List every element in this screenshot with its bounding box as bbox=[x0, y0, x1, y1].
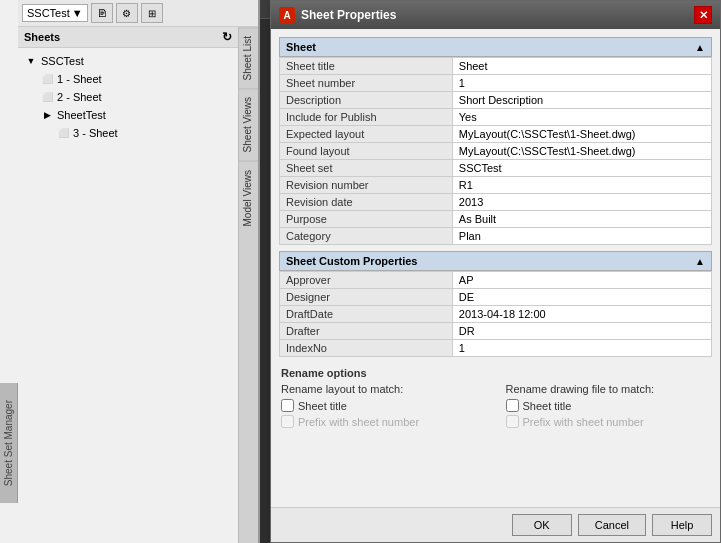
tree-item-label-4: 3 - Sheet bbox=[73, 127, 118, 139]
table-row: Description Short Description bbox=[280, 92, 712, 109]
table-row: IndexNo 1 bbox=[280, 340, 712, 357]
tree-root[interactable]: ▼ SSCTest bbox=[20, 52, 236, 70]
prop-value: MyLayout(C:\SSCTest\1-Sheet.dwg) bbox=[452, 143, 711, 160]
prop-key: Category bbox=[280, 228, 453, 245]
tab-sheet-views[interactable]: Sheet Views bbox=[239, 88, 258, 160]
tree-item-sheettest[interactable]: ▶ SheetTest bbox=[36, 106, 236, 124]
table-row: Sheet set SSCTest bbox=[280, 160, 712, 177]
rename-left-column: Rename layout to match: Sheet title Pref… bbox=[281, 383, 486, 431]
table-row: DraftDate 2013-04-18 12:00 bbox=[280, 306, 712, 323]
prop-key: Sheet number bbox=[280, 75, 453, 92]
rename-left-checkbox2-row: Prefix with sheet number bbox=[281, 415, 486, 428]
tree-item-label-3: SheetTest bbox=[57, 109, 106, 121]
dialog-footer: OK Cancel Help bbox=[271, 507, 720, 542]
sheets-refresh-icon[interactable]: ↻ bbox=[222, 30, 232, 44]
ok-button[interactable]: OK bbox=[512, 514, 572, 536]
sheet-icon-2: ⬜ bbox=[40, 90, 54, 104]
folder-icon: ▶ bbox=[40, 108, 54, 122]
table-row: Designer DE bbox=[280, 289, 712, 306]
sheets-tree: ▼ SSCTest ⬜ 1 - Sheet ⬜ 2 - Sheet ▶ Shee… bbox=[18, 48, 238, 146]
ssm-dropdown-arrow: ▼ bbox=[72, 7, 83, 19]
cancel-button[interactable]: Cancel bbox=[578, 514, 646, 536]
table-row: Expected layout MyLayout(C:\SSCTest\1-Sh… bbox=[280, 126, 712, 143]
prop-value: Yes bbox=[452, 109, 711, 126]
sheet-icon-3: ⬜ bbox=[56, 126, 70, 140]
toolbar-btn-3[interactable]: ⊞ bbox=[141, 3, 163, 23]
tree-item-sheet2[interactable]: ⬜ 2 - Sheet bbox=[36, 88, 236, 106]
tab-model-views[interactable]: Model Views bbox=[239, 161, 258, 235]
sheet-set-manager-panel: Sheet Set Manager SSCTest ▼ 🖹 ⚙ ⊞ Sheets… bbox=[0, 0, 260, 543]
dialog-overlay: A Sheet Properties ✕ Sheet ▲ Sheet title… bbox=[270, 0, 721, 543]
table-row: Purpose As Built bbox=[280, 211, 712, 228]
tree-item-sheet1[interactable]: ⬜ 1 - Sheet bbox=[36, 70, 236, 88]
toolbar-btn-1[interactable]: 🖹 bbox=[91, 3, 113, 23]
prop-key: Designer bbox=[280, 289, 453, 306]
ssm-side-label-text: Sheet Set Manager bbox=[3, 400, 14, 486]
tree-item-sheet3[interactable]: ⬜ 3 - Sheet bbox=[52, 124, 236, 142]
tab-sheet-list[interactable]: Sheet List bbox=[239, 27, 258, 88]
table-row: Drafter DR bbox=[280, 323, 712, 340]
section1-header: Sheet ▲ bbox=[279, 37, 712, 57]
prop-key: Expected layout bbox=[280, 126, 453, 143]
prop-value: DR bbox=[452, 323, 711, 340]
dialog-titlebar: A Sheet Properties ✕ bbox=[271, 1, 720, 29]
ssm-dropdown-label: SSCTest bbox=[27, 7, 70, 19]
table-row: Found layout MyLayout(C:\SSCTest\1-Sheet… bbox=[280, 143, 712, 160]
prop-value: R1 bbox=[452, 177, 711, 194]
prop-key: Description bbox=[280, 92, 453, 109]
rename-right-checkbox2-row: Prefix with sheet number bbox=[506, 415, 711, 428]
dialog-close-button[interactable]: ✕ bbox=[694, 6, 712, 24]
prop-key: Revision date bbox=[280, 194, 453, 211]
table-row: Sheet title Sheet bbox=[280, 58, 712, 75]
table-row: Approver AP bbox=[280, 272, 712, 289]
prop-key: Purpose bbox=[280, 211, 453, 228]
section1-collapse[interactable]: ▲ bbox=[695, 42, 705, 53]
ssm-dropdown[interactable]: SSCTest ▼ bbox=[22, 4, 88, 22]
rename-right-column: Rename drawing file to match: Sheet titl… bbox=[506, 383, 711, 431]
rename-right-checkbox2[interactable] bbox=[506, 415, 519, 428]
rename-left-checkbox2-label: Prefix with sheet number bbox=[298, 416, 419, 428]
prop-key: IndexNo bbox=[280, 340, 453, 357]
table-row: Sheet number 1 bbox=[280, 75, 712, 92]
table-row: Include for Publish Yes bbox=[280, 109, 712, 126]
rename-options: Rename options Rename layout to match: S… bbox=[279, 363, 712, 435]
sheets-header-label: Sheets bbox=[24, 31, 60, 43]
sheet-icon-1: ⬜ bbox=[40, 72, 54, 86]
rename-right-checkbox1[interactable] bbox=[506, 399, 519, 412]
rename-left-checkbox1-label: Sheet title bbox=[298, 400, 347, 412]
sheets-header: Sheets ↻ bbox=[18, 27, 238, 48]
section2-collapse[interactable]: ▲ bbox=[695, 256, 705, 267]
prop-value: MyLayout(C:\SSCTest\1-Sheet.dwg) bbox=[452, 126, 711, 143]
help-button[interactable]: Help bbox=[652, 514, 712, 536]
prop-value: 2013 bbox=[452, 194, 711, 211]
rename-columns: Rename layout to match: Sheet title Pref… bbox=[281, 383, 710, 431]
tree-root-label: SSCTest bbox=[41, 55, 84, 67]
rename-left-title: Rename layout to match: bbox=[281, 383, 486, 395]
section2-table: Approver AP Designer DE DraftDate 2013-0… bbox=[279, 271, 712, 357]
prop-value: DE bbox=[452, 289, 711, 306]
prop-value: 2013-04-18 12:00 bbox=[452, 306, 711, 323]
section1-table: Sheet title Sheet Sheet number 1 Descrip… bbox=[279, 57, 712, 245]
dialog-title: Sheet Properties bbox=[301, 8, 396, 22]
toolbar-btn-2[interactable]: ⚙ bbox=[116, 3, 138, 23]
prop-value: 1 bbox=[452, 75, 711, 92]
prop-value: Plan bbox=[452, 228, 711, 245]
prop-key: Include for Publish bbox=[280, 109, 453, 126]
rename-left-checkbox1[interactable] bbox=[281, 399, 294, 412]
sheet-properties-dialog: A Sheet Properties ✕ Sheet ▲ Sheet title… bbox=[270, 0, 721, 543]
tree-item-label-2: 2 - Sheet bbox=[57, 91, 102, 103]
tree-root-icon: ▼ bbox=[24, 54, 38, 68]
section2-header: Sheet Custom Properties ▲ bbox=[279, 251, 712, 271]
rename-left-checkbox2[interactable] bbox=[281, 415, 294, 428]
table-row: Revision number R1 bbox=[280, 177, 712, 194]
prop-key: Approver bbox=[280, 272, 453, 289]
prop-key: Revision number bbox=[280, 177, 453, 194]
dialog-app-icon: A bbox=[279, 7, 295, 23]
rename-left-checkbox1-row: Sheet title bbox=[281, 399, 486, 412]
prop-value: Short Description bbox=[452, 92, 711, 109]
ssm-toolbar: SSCTest ▼ 🖹 ⚙ ⊞ bbox=[18, 0, 258, 27]
rename-right-checkbox2-label: Prefix with sheet number bbox=[523, 416, 644, 428]
dialog-body: Sheet ▲ Sheet title Sheet Sheet number 1… bbox=[271, 29, 720, 507]
prop-value: SSCTest bbox=[452, 160, 711, 177]
prop-key: Drafter bbox=[280, 323, 453, 340]
